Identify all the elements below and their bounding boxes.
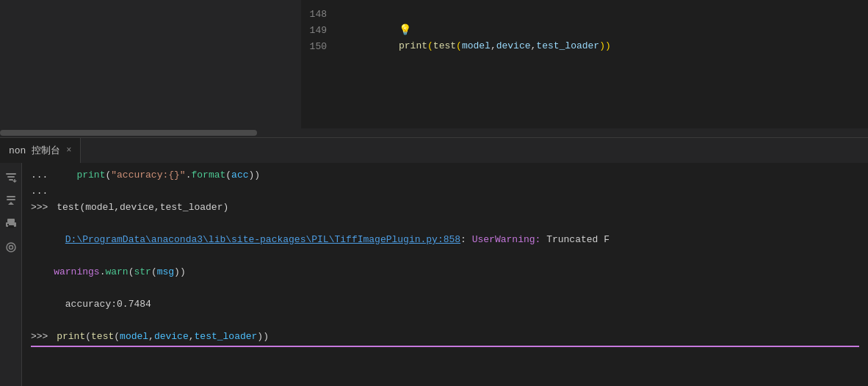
prompt-1: >>> bbox=[31, 200, 48, 216]
terminal-tab[interactable]: non 控制台 × bbox=[0, 138, 81, 164]
warn-indent bbox=[31, 264, 54, 280]
warn-close: )) bbox=[174, 264, 186, 280]
term-paren2: ( bbox=[225, 167, 231, 183]
term-format: format bbox=[191, 167, 225, 183]
comma1: , bbox=[491, 40, 496, 51]
warn-str: str bbox=[134, 264, 151, 280]
terminal-output: ... print("accuracy:{}".format(acc)) ...… bbox=[22, 163, 868, 386]
input-model: model bbox=[120, 329, 148, 345]
warn-paren: ( bbox=[129, 264, 134, 280]
kw-print: print bbox=[399, 40, 427, 51]
accuracy-text: accuracy:0.7484 bbox=[65, 299, 151, 310]
paren-close1: )) bbox=[599, 40, 611, 51]
code-lines: 148 149 💡 150 print(test(model,device,te… bbox=[301, 0, 868, 54]
scroll-down-icon[interactable] bbox=[3, 192, 19, 208]
svg-rect-5 bbox=[7, 196, 15, 197]
term-string: "accuracy:{}" bbox=[111, 167, 185, 183]
svg-rect-10 bbox=[7, 224, 9, 225]
kw-test: test bbox=[433, 40, 456, 51]
warn-paren2: ( bbox=[151, 264, 157, 280]
scrollbar-thumb[interactable] bbox=[0, 130, 257, 136]
input-test: test bbox=[91, 329, 114, 345]
warning-type: UserWarning: bbox=[472, 234, 546, 245]
svg-rect-2 bbox=[9, 179, 13, 181]
svg-rect-6 bbox=[7, 199, 15, 200]
var-model: model bbox=[462, 40, 491, 51]
input-space bbox=[51, 329, 57, 345]
print-icon[interactable] bbox=[3, 216, 19, 232]
svg-rect-0 bbox=[6, 173, 16, 175]
terminal-line-warn-sub: warnings.warn(str(msg)) bbox=[31, 264, 859, 280]
input-comma1: , bbox=[148, 329, 154, 345]
line-content-150: print(test(model,device,test_loader)) bbox=[341, 22, 611, 70]
paren-open2: ( bbox=[456, 40, 462, 51]
dots-only: ... bbox=[31, 183, 48, 200]
svg-rect-1 bbox=[7, 176, 15, 178]
term-acc: acc bbox=[231, 167, 248, 183]
code-panel: 148 149 💡 150 print(test(model,device,te… bbox=[301, 0, 868, 128]
input-parens-close: )) bbox=[257, 329, 269, 345]
svg-rect-9 bbox=[8, 225, 14, 228]
left-gutter bbox=[0, 0, 301, 128]
warning-text: Truncated F bbox=[546, 234, 610, 245]
var-device: device bbox=[496, 40, 531, 51]
input-print: print bbox=[57, 329, 85, 345]
svg-point-12 bbox=[9, 246, 12, 250]
prompt-input: >>> bbox=[31, 329, 48, 345]
warning-path-link[interactable]: D:\ProgramData\anaconda3\lib\site-packag… bbox=[65, 234, 460, 245]
warn-warn: warn bbox=[105, 264, 128, 280]
paren-open1: ( bbox=[427, 40, 433, 51]
terminal-icon-panel bbox=[0, 163, 22, 386]
terminal-input-line[interactable]: >>> print(test(model,device,test_loader)… bbox=[31, 329, 859, 347]
terminal-line-dots: ... bbox=[31, 183, 859, 200]
terminal-tab-label: non 控制台 bbox=[9, 144, 60, 157]
terminal-tab-bar: non 控制台 × bbox=[0, 137, 868, 163]
term-print-fn: print bbox=[76, 167, 105, 183]
line-number-150: 150 bbox=[301, 41, 341, 52]
input-comma2: , bbox=[189, 329, 195, 345]
terminal-line-warning: D:\ProgramData\anaconda3\lib\site-packag… bbox=[31, 216, 859, 264]
continuation-dots: ... bbox=[31, 167, 76, 183]
var-test-loader: test_loader bbox=[536, 40, 599, 51]
term-dot: . bbox=[186, 167, 192, 183]
input-paren2: ( bbox=[114, 329, 120, 345]
warn-fn: warnings bbox=[54, 264, 99, 280]
warn-msg: msg bbox=[157, 264, 174, 280]
terminal-line-continuation: ... print("accuracy:{}".format(acc)) bbox=[31, 167, 859, 183]
term-parens-close: )) bbox=[249, 167, 261, 183]
line-number-148: 148 bbox=[301, 9, 341, 20]
test-cmd: test(model,device,test_loader) bbox=[51, 200, 228, 216]
terminal-line-test-cmd: >>> test(model,device,test_loader) bbox=[31, 200, 859, 216]
terminal-line-accuracy: accuracy:0.7484 bbox=[31, 280, 859, 329]
editor-section: 148 149 💡 150 print(test(model,device,te… bbox=[0, 0, 868, 128]
term-paren: ( bbox=[105, 167, 111, 183]
line-number-149: 149 bbox=[301, 25, 341, 36]
code-line-150: 150 print(test(model,device,test_loader)… bbox=[301, 38, 868, 54]
horizontal-scrollbar[interactable] bbox=[0, 128, 868, 137]
input-test-loader: test_loader bbox=[195, 329, 258, 345]
warning-colon: : bbox=[460, 234, 472, 245]
svg-point-11 bbox=[7, 243, 15, 252]
input-paren1: ( bbox=[85, 329, 91, 345]
terminal-body: ... print("accuracy:{}".format(acc)) ...… bbox=[0, 163, 868, 386]
terminal-tab-close[interactable]: × bbox=[66, 145, 71, 156]
preview-icon[interactable] bbox=[3, 239, 19, 255]
svg-marker-4 bbox=[12, 181, 17, 183]
filter-icon[interactable] bbox=[3, 169, 19, 185]
input-device: device bbox=[154, 329, 189, 345]
svg-rect-7 bbox=[7, 219, 15, 222]
warn-dot: . bbox=[100, 264, 106, 280]
